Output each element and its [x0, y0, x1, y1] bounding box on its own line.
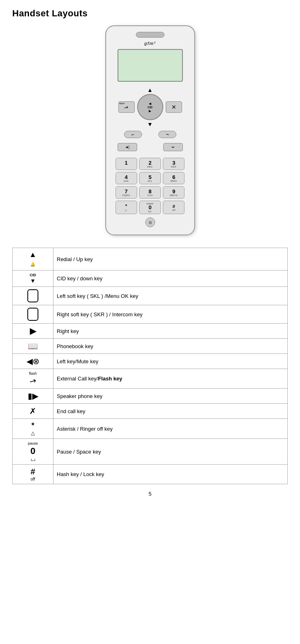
- table-row: ▶ Right key: [13, 324, 288, 339]
- nav-dpad[interactable]: ◄ CID ►: [137, 94, 163, 120]
- key-5[interactable]: 5 JKL: [139, 172, 161, 184]
- redial-up-icon-cell: ▲🔔: [16, 250, 50, 268]
- key-9[interactable]: 9 WKYZ: [163, 186, 184, 199]
- left-soft-key-table-icon: [27, 289, 38, 302]
- cid-center: CID: [147, 106, 152, 109]
- nav-top-row: ▲: [147, 87, 153, 93]
- table-row: ✗ End call key: [13, 404, 288, 419]
- phonebook-button[interactable]: ▪▪: [163, 143, 183, 151]
- key-star[interactable]: * △: [116, 201, 137, 214]
- key-6[interactable]: 6 MNO: [163, 172, 184, 184]
- table-row: ▮▶ Speaker phone key: [13, 389, 288, 404]
- phonebook-desc: Phonebook key: [53, 339, 288, 354]
- left-soft-key-icon-cell: [16, 289, 50, 302]
- end-call-icon-cell: ✗: [16, 406, 50, 416]
- hash-table-icon: #: [31, 467, 35, 476]
- right-soft-key-icon: ¬: [166, 132, 169, 137]
- nav-middle-row: flash ↗ ◄ CID ► ✕: [118, 94, 182, 120]
- phonebook-table-icon: 📖: [28, 341, 38, 351]
- end-call-table-icon: ✗: [29, 406, 36, 416]
- phone-brand: gfm²: [144, 41, 156, 46]
- phone-body: gfm² ▲ flash ↗ ◄ CID: [105, 25, 195, 235]
- flash-call-button[interactable]: flash ↗: [118, 101, 135, 113]
- left-mute-icon-cell: ◀⊗: [16, 356, 50, 366]
- keypad: 1 2 ABC 3 DEF 4 GHI 5 JKL: [116, 158, 185, 214]
- table-row: * △ Asterisk / Ringer off key: [13, 419, 288, 439]
- key-8[interactable]: 8 TUV: [139, 186, 161, 199]
- up-arrow-icon: ▲: [147, 87, 153, 93]
- right-key-desc: Right key: [53, 324, 288, 339]
- hash-icon-cell: # off: [16, 467, 50, 481]
- pause-desc: Pause / Space key: [53, 439, 288, 465]
- right-nav-icon: ►: [148, 109, 152, 113]
- table-row: ◀⊗ Left key/Mute key: [13, 354, 288, 369]
- flash-call-table-icon: ↗: [27, 375, 38, 387]
- phone-screen: [118, 49, 183, 82]
- table-row: CID ▼ CID key / down key: [13, 271, 288, 287]
- flash-call-desc: External Call key/Flash key: [53, 369, 288, 389]
- phonebook-icon-cell: 📖: [16, 341, 50, 351]
- right-soft-key-button[interactable]: ¬: [158, 131, 176, 138]
- media-row: ◄| ▪▪: [111, 141, 189, 153]
- table-row: Left soft key ( SKL ) /Menu OK key: [13, 287, 288, 305]
- left-nav-icon: ◄: [148, 101, 152, 106]
- left-mute-desc: Left key/Mute key: [53, 354, 288, 369]
- speaker-table-icon: ▮▶: [28, 391, 38, 401]
- nav-bottom-row: ▼: [147, 121, 153, 127]
- table-row: # off Hash key / Lock key: [13, 465, 288, 484]
- off-icon: off: [31, 477, 35, 481]
- cid-down-desc: CID key / down key: [53, 271, 288, 287]
- right-soft-key-desc: Right soft key ( SKR ) / Intercom key: [53, 305, 288, 324]
- key-1[interactable]: 1: [116, 158, 137, 170]
- asterisk-icon-cell: * △: [16, 421, 50, 436]
- left-soft-key-button[interactable]: ⌐: [124, 131, 142, 138]
- page-number: 5: [12, 491, 288, 497]
- pause-small-label: pause: [28, 441, 38, 445]
- left-soft-key-icon: ⌐: [131, 132, 134, 137]
- right-soft-key-table-icon: [27, 308, 38, 321]
- hash-desc: Hash key / Lock key: [53, 465, 288, 484]
- right-arrow-icon-cell: ▶: [16, 326, 50, 336]
- end-call-desc: End call key: [53, 404, 288, 419]
- soft-keys-row: ⌐ ¬: [111, 131, 189, 138]
- table-row: ▲🔔 Redial / Up key: [13, 248, 288, 271]
- phonebook-icon: ▪▪: [171, 145, 174, 149]
- table-row: pause 0 ⌴ Pause / Space key: [13, 439, 288, 465]
- end-call-button[interactable]: ✕: [166, 101, 182, 113]
- speaker-icon-cell: ▮▶: [16, 391, 50, 401]
- nav-cluster: ▲ flash ↗ ◄ CID ► ✕: [111, 87, 189, 127]
- right-soft-key-icon-cell: [16, 308, 50, 321]
- speaker-desc: Speaker phone key: [53, 389, 288, 404]
- table-row: 📖 Phonebook key: [13, 339, 288, 354]
- page-title: Handset Layouts: [12, 8, 288, 19]
- key-3[interactable]: 3 DEF: [163, 158, 184, 170]
- key-hash[interactable]: # off: [163, 201, 184, 214]
- key-0[interactable]: pause 0 ⌴: [139, 201, 161, 214]
- cid-down-icon-cell: CID ▼: [16, 273, 50, 284]
- phone-speaker: [136, 32, 164, 38]
- left-mute-table-icon: ◀⊗: [27, 356, 40, 366]
- key-4[interactable]: 4 GHI: [116, 172, 137, 184]
- table-row: Right soft key ( SKR ) / Intercom key: [13, 305, 288, 324]
- flash-label: flash: [120, 102, 125, 105]
- asterisk-desc: Asterisk / Ringer off key: [53, 419, 288, 439]
- redial-up-icon: ▲🔔: [29, 250, 37, 268]
- mic-button: ⊙: [145, 217, 155, 227]
- table-row: flash ↗ External Call key/Flash key: [13, 369, 288, 389]
- right-arrow-table-icon: ▶: [30, 326, 36, 336]
- pause-zero-icon: 0: [30, 446, 35, 456]
- asterisk-table-icon: *: [31, 421, 34, 430]
- key-2[interactable]: 2 ABC: [139, 158, 161, 170]
- phone-diagram: gfm² ▲ flash ↗ ◄ CID: [12, 25, 288, 235]
- flash-call-icon-cell: flash ↗: [16, 371, 50, 386]
- end-call-icon: ✕: [171, 104, 176, 110]
- redial-up-desc: Redial / Up key: [53, 248, 288, 271]
- speaker-phone-icon: ◄|: [125, 145, 129, 149]
- speaker-phone-button[interactable]: ◄|: [118, 143, 137, 151]
- pause-icon-cell: pause 0 ⌴: [16, 441, 50, 462]
- mic-icon: ⊙: [149, 220, 152, 225]
- space-icon: ⌴: [31, 457, 35, 462]
- key-7[interactable]: 7 PQRS: [116, 186, 137, 199]
- left-soft-key-desc: Left soft key ( SKL ) /Menu OK key: [53, 287, 288, 305]
- ringer-off-icon: △: [31, 430, 35, 436]
